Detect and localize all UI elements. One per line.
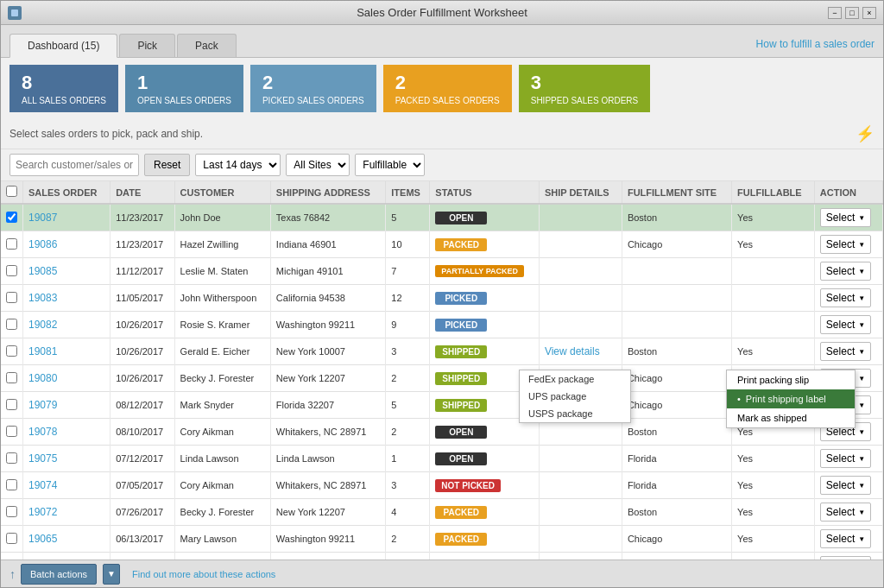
usps-option[interactable]: USPS package xyxy=(520,405,630,422)
row-checkbox[interactable] xyxy=(6,399,17,410)
row-checkbox[interactable] xyxy=(6,292,17,303)
action-select-button[interactable]: Select ▼ xyxy=(820,315,871,334)
close-button[interactable]: × xyxy=(862,7,876,19)
stat-all-number: 8 xyxy=(22,72,106,94)
row-checkbox[interactable] xyxy=(6,345,17,357)
bottom-bar: ↑ Batch actions ▼ Find out more about th… xyxy=(1,560,883,587)
order-link[interactable]: 19065 xyxy=(28,533,57,545)
stat-picked[interactable]: 2 PICKED SALES ORDERS xyxy=(250,65,376,112)
order-link[interactable]: 19075 xyxy=(28,452,57,465)
tab-dashboard[interactable]: Dashboard (15) xyxy=(9,34,117,58)
row-checkbox[interactable] xyxy=(6,506,17,517)
shipping-address: Whitakers, NC 28971 xyxy=(270,472,385,499)
status-cell: OPEN xyxy=(430,204,540,231)
toolbar-instruction: Select sales orders to pick, pack and sh… xyxy=(9,128,850,140)
help-link[interactable]: How to fulfill a sales order xyxy=(756,38,875,50)
fulfillment-site xyxy=(622,312,731,338)
action-select-button[interactable]: Select ▼ xyxy=(820,556,871,560)
action-select-button[interactable]: Select ▼ xyxy=(820,449,871,468)
order-link[interactable]: 19082 xyxy=(28,319,57,331)
window-title: Sales Order Fulfillment Worksheet xyxy=(357,6,527,19)
order-link[interactable]: 19081 xyxy=(28,345,57,357)
row-checkbox[interactable] xyxy=(6,426,17,437)
fedex-option[interactable]: FedEx package xyxy=(520,370,630,388)
search-input[interactable] xyxy=(9,154,139,176)
status-badge: PACKED xyxy=(435,533,487,546)
items-count: 7 xyxy=(386,553,430,560)
row-checkbox-cell xyxy=(1,231,23,258)
action-cell: Select ▼ xyxy=(814,285,882,312)
action-select-button[interactable]: Select ▼ xyxy=(820,476,871,495)
order-link[interactable]: 19072 xyxy=(28,506,57,518)
site-select[interactable]: All Sites xyxy=(286,154,350,176)
row-checkbox[interactable] xyxy=(6,479,17,490)
batch-icon: ↑ xyxy=(9,567,16,581)
tab-pick[interactable]: Pick xyxy=(119,34,175,57)
select-arrow-icon: ▼ xyxy=(858,455,865,463)
action-select-button[interactable]: Select ▼ xyxy=(820,529,871,548)
print-shipping-label[interactable]: Print shipping label xyxy=(727,389,855,408)
items-count: 2 xyxy=(386,419,430,446)
stat-picked-number: 2 xyxy=(262,72,364,94)
row-checkbox-cell xyxy=(1,472,23,499)
row-checkbox[interactable] xyxy=(6,533,17,544)
order-link[interactable]: 19079 xyxy=(28,399,57,411)
stat-packed[interactable]: 2 PACKED SALES ORDERS xyxy=(383,65,512,112)
row-checkbox[interactable] xyxy=(6,452,17,464)
find-out-link[interactable]: Find out more about these actions xyxy=(132,569,275,579)
stat-picked-label: PICKED SALES ORDERS xyxy=(262,96,364,105)
minimize-button[interactable]: − xyxy=(828,7,842,19)
date-range-select[interactable]: Last 14 days xyxy=(195,154,281,176)
stats-bar: 8 ALL SALES ORDERS 1 OPEN SALES ORDERS 2… xyxy=(1,58,883,119)
col-sales-order: SALES ORDER xyxy=(23,181,110,204)
action-select-button[interactable]: Select ▼ xyxy=(820,288,871,307)
view-details-link[interactable]: View details xyxy=(545,345,600,357)
action-select-button[interactable]: Select ▼ xyxy=(820,262,871,281)
ship-details-cell xyxy=(539,312,622,338)
ups-option[interactable]: UPS package xyxy=(520,388,630,405)
shipping-address: New York 10007 xyxy=(270,338,385,365)
action-select-button[interactable]: Select ▼ xyxy=(820,208,871,227)
row-checkbox[interactable] xyxy=(6,560,17,560)
items-count: 2 xyxy=(386,526,430,553)
status-cell: PACKED xyxy=(430,499,540,526)
order-link[interactable]: 19087 xyxy=(28,212,57,224)
batch-actions-dropdown-button[interactable]: ▼ xyxy=(103,564,120,585)
mark-as-shipped[interactable]: Mark as shipped xyxy=(727,408,855,427)
order-link[interactable]: 19080 xyxy=(28,372,57,384)
fulfillable-value: Yes xyxy=(732,446,815,472)
refresh-icon[interactable]: ⚡ xyxy=(856,124,875,143)
row-checkbox[interactable] xyxy=(6,372,17,383)
row-checkbox[interactable] xyxy=(6,212,17,223)
status-cell: NOT PICKED xyxy=(430,472,540,499)
order-link[interactable]: 19083 xyxy=(28,292,57,304)
order-link[interactable]: 19086 xyxy=(28,238,57,250)
order-link[interactable]: 19074 xyxy=(28,479,57,491)
stat-all-label: ALL SALES ORDERS xyxy=(22,96,106,105)
order-number: 19064 xyxy=(23,553,110,560)
print-packing-slip[interactable]: Print packing slip xyxy=(727,370,855,389)
order-link[interactable]: 19078 xyxy=(28,426,57,438)
maximize-button[interactable]: □ xyxy=(845,7,859,19)
action-cell: Select ▼ xyxy=(814,499,882,526)
select-label: Select xyxy=(826,506,855,518)
row-checkbox[interactable] xyxy=(6,265,17,276)
action-select-button[interactable]: Select ▼ xyxy=(820,342,871,361)
tab-pack[interactable]: Pack xyxy=(177,34,237,57)
row-checkbox-cell xyxy=(1,419,23,446)
row-checkbox[interactable] xyxy=(6,238,17,250)
order-link[interactable]: 19085 xyxy=(28,265,57,277)
select-label: Select xyxy=(826,212,855,224)
action-select-button[interactable]: Select ▼ xyxy=(820,503,871,522)
row-checkbox[interactable] xyxy=(6,319,17,330)
stat-shipped[interactable]: 3 SHIPPED SALES ORDERS xyxy=(519,65,650,112)
select-all-checkbox[interactable] xyxy=(6,186,17,197)
stat-all[interactable]: 8 ALL SALES ORDERS xyxy=(9,65,118,112)
batch-actions-button[interactable]: Batch actions xyxy=(21,564,97,585)
status-select[interactable]: Fulfillable xyxy=(355,154,425,176)
reset-button[interactable]: Reset xyxy=(144,154,190,176)
action-select-button[interactable]: Select ▼ xyxy=(820,235,871,254)
fulfillable-value xyxy=(732,312,815,338)
status-badge: PARTIALLY PACKED xyxy=(435,265,524,277)
stat-open[interactable]: 1 OPEN SALES ORDERS xyxy=(125,65,243,112)
